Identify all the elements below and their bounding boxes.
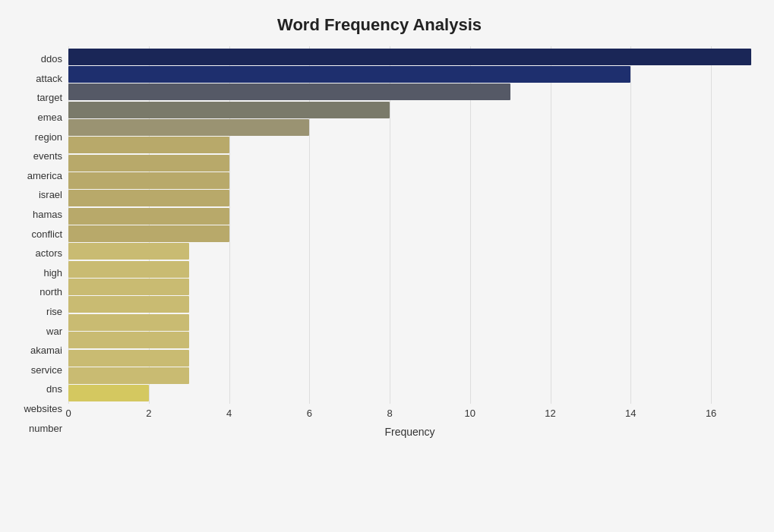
bar-rise — [68, 279, 189, 295]
y-label-conflict: conflict — [32, 224, 62, 244]
bar-row-service — [68, 332, 751, 349]
y-label-hamas: hamas — [33, 205, 62, 225]
bar-region — [68, 119, 309, 136]
x-tick-16: 16 — [706, 408, 716, 419]
y-label-attack: attack — [36, 69, 62, 89]
y-axis: ddosattacktargetemearegioneventsamericai… — [8, 46, 68, 438]
bar-attack — [68, 66, 630, 83]
bar-row-websites — [68, 367, 751, 384]
y-label-north: north — [39, 282, 62, 302]
bar-events — [68, 137, 229, 153]
bar-row-number — [68, 385, 751, 402]
chart-container: Word Frequency Analysis ddosattacktarget… — [0, 0, 774, 532]
x-tick-2: 2 — [146, 408, 151, 419]
x-axis-ticks: 0246810121416 — [68, 408, 751, 423]
bar-dns — [68, 350, 189, 367]
bar-america — [68, 155, 229, 172]
y-label-high: high — [43, 263, 62, 283]
x-tick-6: 6 — [307, 408, 312, 419]
y-label-israel: israel — [39, 185, 62, 205]
chart-title: Word Frequency Analysis — [8, 15, 751, 35]
y-label-events: events — [33, 146, 62, 166]
bar-high — [68, 243, 189, 260]
bar-row-north — [68, 260, 751, 278]
y-label-akamai: akamai — [30, 341, 62, 360]
bar-conflict — [68, 208, 229, 225]
bar-row-dns — [68, 349, 751, 367]
y-label-america: america — [27, 166, 62, 186]
bar-row-war — [68, 296, 751, 313]
y-label-websites: websites — [24, 399, 62, 419]
bar-akamai — [68, 314, 189, 331]
y-label-service: service — [31, 360, 62, 380]
bar-north — [68, 261, 189, 278]
x-tick-0: 0 — [65, 408, 71, 419]
bar-actors — [68, 225, 229, 242]
bar-target — [68, 83, 510, 100]
bar-row-high — [68, 243, 751, 260]
bar-hamas — [68, 190, 229, 206]
bars-wrapper — [68, 46, 751, 404]
bar-row-emea — [68, 101, 751, 118]
bar-row-ddos — [68, 48, 751, 65]
bar-ddos — [68, 49, 751, 65]
x-tick-14: 14 — [625, 408, 636, 419]
y-label-actors: actors — [36, 244, 62, 263]
x-tick-10: 10 — [465, 408, 475, 419]
y-label-ddos: ddos — [41, 49, 62, 69]
bar-websites — [68, 367, 189, 384]
bar-row-target — [68, 83, 751, 101]
grid-and-bars — [68, 46, 751, 404]
bars-section: 0246810121416 Frequency — [68, 46, 751, 438]
bar-number — [68, 385, 149, 401]
x-tick-4: 4 — [226, 408, 232, 419]
y-label-rise: rise — [46, 302, 62, 322]
x-tick-8: 8 — [387, 408, 392, 419]
bar-row-conflict — [68, 207, 751, 225]
bar-israel — [68, 172, 229, 189]
bar-emea — [68, 102, 390, 118]
y-label-region: region — [35, 127, 62, 146]
y-label-emea: emea — [37, 108, 62, 127]
bar-row-attack — [68, 65, 751, 83]
bar-row-events — [68, 137, 751, 154]
bar-war — [68, 296, 189, 313]
y-label-dns: dns — [46, 379, 62, 399]
x-axis-label: Frequency — [68, 426, 751, 438]
bar-row-region — [68, 118, 751, 136]
bar-row-hamas — [68, 190, 751, 207]
bar-row-israel — [68, 172, 751, 189]
x-tick-12: 12 — [545, 408, 555, 419]
bar-row-akamai — [68, 313, 751, 331]
y-label-number: number — [29, 418, 62, 438]
y-label-war: war — [46, 321, 62, 341]
bar-row-actors — [68, 225, 751, 242]
bar-row-america — [68, 154, 751, 172]
bar-service — [68, 332, 189, 348]
y-label-target: target — [37, 88, 62, 108]
bar-row-rise — [68, 278, 751, 295]
